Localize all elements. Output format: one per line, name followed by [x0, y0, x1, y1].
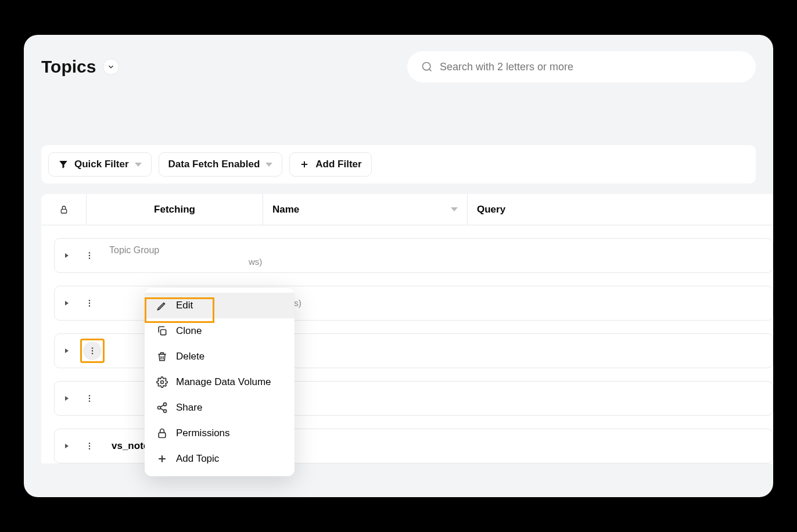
column-fetching[interactable]: Fetching [87, 194, 263, 225]
sort-caret-icon [451, 207, 458, 211]
lock-icon [59, 205, 69, 214]
more-vertical-icon [85, 394, 94, 403]
funnel-icon [58, 159, 69, 170]
svg-point-6 [89, 252, 90, 253]
svg-line-31 [160, 405, 164, 407]
table-header: Fetching Name Query [41, 194, 773, 225]
group-label: Topic Group [109, 245, 262, 256]
svg-point-16 [92, 353, 93, 354]
caret-right-icon [64, 443, 70, 449]
search-container [407, 51, 756, 82]
svg-rect-25 [161, 330, 166, 335]
column-name-label: Name [272, 204, 299, 215]
caret-down-icon [135, 163, 142, 167]
context-menu: Edit Clone Delete Manage Data Volume Sha… [145, 288, 295, 476]
svg-point-26 [161, 381, 164, 384]
svg-point-12 [89, 305, 90, 306]
search-icon [421, 61, 433, 73]
more-vertical-icon [85, 251, 94, 260]
add-filter-label: Add Filter [315, 159, 361, 170]
plus-icon [156, 453, 168, 465]
column-name[interactable]: Name [263, 194, 468, 225]
column-query[interactable]: Query [468, 204, 773, 215]
lock-icon [156, 427, 168, 439]
svg-rect-4 [61, 209, 66, 213]
more-vertical-icon [85, 441, 94, 451]
row-text: Topic Group ws) [109, 245, 262, 267]
caret-right-icon [64, 396, 70, 401]
svg-point-27 [164, 403, 167, 406]
data-fetch-filter-button[interactable]: Data Fetch Enabled [159, 152, 283, 177]
clone-icon [156, 325, 168, 337]
menu-label: Clone [176, 325, 202, 337]
svg-point-7 [89, 255, 90, 256]
menu-label: Share [176, 402, 202, 414]
column-lock [41, 194, 87, 225]
svg-point-29 [164, 409, 167, 412]
menu-item-share[interactable]: Share [145, 395, 295, 420]
svg-point-10 [89, 300, 90, 301]
svg-marker-13 [65, 348, 69, 353]
menu-label: Manage Data Volume [176, 376, 271, 388]
caret-right-icon [64, 348, 70, 354]
svg-point-20 [89, 400, 90, 401]
svg-point-11 [89, 303, 90, 304]
page-header: Topics [24, 35, 773, 82]
expand-toggle[interactable] [64, 396, 70, 401]
row-more-button[interactable] [80, 294, 99, 312]
expand-toggle[interactable] [64, 348, 70, 354]
menu-item-clone[interactable]: Clone [145, 318, 295, 344]
menu-item-permissions[interactable]: Permissions [145, 420, 295, 446]
pencil-icon [156, 300, 168, 311]
app-window: Topics Quick Filter Data Fetch Enabled A… [24, 35, 773, 497]
trash-icon [156, 351, 168, 362]
caret-down-icon [265, 163, 272, 167]
quick-filter-label: Quick Filter [74, 159, 129, 170]
menu-item-edit[interactable]: Edit [145, 293, 295, 318]
caret-right-icon [64, 253, 70, 258]
table-row: Topic Group ws) [54, 238, 773, 273]
expand-toggle[interactable] [64, 300, 70, 306]
chevron-down-icon [107, 63, 115, 71]
svg-point-14 [92, 347, 93, 348]
caret-right-icon [64, 300, 70, 306]
filter-toolbar: Quick Filter Data Fetch Enabled Add Filt… [41, 145, 756, 184]
menu-label: Add Topic [176, 453, 219, 465]
search-input[interactable] [440, 61, 742, 73]
svg-point-22 [89, 443, 90, 444]
svg-marker-5 [65, 253, 69, 258]
data-fetch-label: Data Fetch Enabled [168, 159, 260, 170]
menu-item-manage-volume[interactable]: Manage Data Volume [145, 369, 295, 395]
row-more-button[interactable] [83, 342, 102, 360]
share-icon [156, 402, 168, 414]
menu-label: Edit [176, 300, 193, 311]
gear-icon [156, 376, 168, 388]
svg-line-1 [429, 69, 432, 71]
svg-point-18 [89, 395, 90, 396]
svg-point-0 [423, 63, 430, 70]
add-filter-button[interactable]: Add Filter [289, 152, 371, 177]
svg-point-24 [89, 448, 90, 449]
row-more-button[interactable] [80, 246, 99, 265]
page-title-dropdown[interactable] [103, 59, 119, 75]
plus-icon [299, 159, 310, 170]
svg-point-19 [89, 398, 90, 399]
svg-marker-9 [65, 301, 69, 305]
menu-item-delete[interactable]: Delete [145, 344, 295, 369]
highlight-annotation [80, 339, 105, 363]
svg-line-30 [160, 408, 164, 410]
svg-point-8 [89, 257, 90, 258]
row-more-button[interactable] [80, 437, 99, 455]
svg-marker-17 [65, 396, 69, 401]
svg-point-15 [92, 350, 93, 351]
menu-label: Permissions [176, 427, 230, 439]
expand-toggle[interactable] [64, 443, 70, 449]
svg-point-23 [89, 445, 90, 447]
svg-point-28 [158, 407, 161, 409]
quick-filter-button[interactable]: Quick Filter [48, 152, 152, 177]
row-more-button[interactable] [80, 389, 99, 408]
search-box[interactable] [407, 51, 756, 82]
menu-item-add-topic[interactable]: Add Topic [145, 446, 295, 472]
expand-toggle[interactable] [64, 253, 70, 258]
svg-marker-21 [65, 444, 69, 448]
